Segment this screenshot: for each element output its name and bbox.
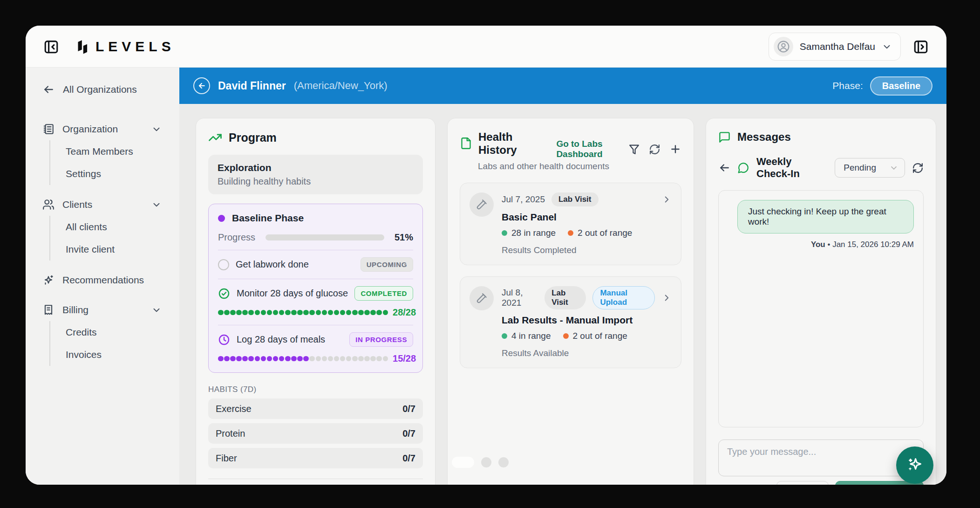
milestone-label: Log 28 days of meals <box>237 334 343 345</box>
milestone-count: 15/28 <box>393 353 416 364</box>
chevron-right-icon[interactable] <box>661 293 672 303</box>
refresh-icon <box>649 144 660 155</box>
go-to-labs-dashboard-link[interactable]: Go to Labs Dashboard <box>541 139 618 159</box>
message-bubble: Just checking in! Keep up the great work… <box>737 200 914 233</box>
sidebar-item-label: Organization <box>62 124 118 135</box>
habit-value: 0/7 <box>402 404 415 414</box>
baseline-phase-card: Baseline Phase Progress 51% Get labwork … <box>208 204 423 373</box>
panel-right-icon <box>913 39 929 55</box>
milestone-row: Get labwork done UPCOMING <box>218 257 413 272</box>
in-range-count: 28 in range <box>511 228 556 238</box>
message-timestamp: • Jan 15, 2026 10:29 AM <box>825 240 914 249</box>
sidebar-item-settings[interactable]: Settings <box>66 163 179 185</box>
message-thread: Just checking in! Keep up the great work… <box>718 190 924 427</box>
sidebar-item-recommendations[interactable]: Recommendations <box>42 269 179 291</box>
meals-day-dots <box>218 356 388 362</box>
message-input[interactable] <box>718 439 924 476</box>
page-indicator-active[interactable] <box>452 457 474 468</box>
content-area: Program Exploration Building healthy hab… <box>179 104 946 485</box>
progress-percent: 51% <box>392 232 413 243</box>
test-tube-icon <box>470 192 494 217</box>
levels-logo-icon <box>76 39 89 54</box>
sparkles-icon <box>42 274 54 286</box>
manual-upload-badge: Manual Upload <box>592 286 655 309</box>
client-back-button[interactable] <box>193 77 210 94</box>
in-range-dot-icon <box>502 230 507 236</box>
sidebar-item-label: Billing <box>62 304 88 316</box>
milestone-row: Monitor 28 days of glucose COMPLETED <box>218 286 413 301</box>
habit-value: 0/7 <box>402 428 415 439</box>
status-badge: IN PROGRESS <box>349 332 413 347</box>
secondary-action-button[interactable] <box>776 481 829 485</box>
carousel-pagination <box>452 457 509 468</box>
record-badge: Lab Visit <box>551 192 599 206</box>
thread-title: Weekly Check-In <box>756 156 828 180</box>
ai-assistant-fab[interactable] <box>896 446 933 484</box>
sidebar-item-all-clients[interactable]: All clients <box>66 216 179 238</box>
page-indicator[interactable] <box>498 457 509 467</box>
sidebar-item-organization[interactable]: Organization <box>42 118 179 140</box>
status-badge: UPCOMING <box>361 257 413 272</box>
program-title: Program <box>229 131 277 144</box>
milestone-label: Monitor 28 days of glucose <box>237 288 348 299</box>
sidebar-item-invoices[interactable]: Invoices <box>66 343 179 366</box>
milestone-count: 28/28 <box>393 307 416 318</box>
phase-badge[interactable]: Baseline <box>870 76 932 96</box>
habit-row: Fiber 0/7 <box>208 448 423 468</box>
sparkle-icon <box>905 456 924 474</box>
thread-back-button[interactable] <box>718 162 730 174</box>
record-badge: Lab Visit <box>544 286 586 309</box>
sidebar-item-billing[interactable]: Billing <box>42 299 179 321</box>
milestone-progress-dots: 28/28 <box>218 307 413 318</box>
health-history-title: Health History <box>478 130 541 156</box>
thread-refresh-button[interactable] <box>912 162 924 174</box>
sidebar-item-team-members[interactable]: Team Members <box>66 140 179 163</box>
sidebar-item-label: Clients <box>62 199 92 210</box>
message-author: You <box>811 240 825 249</box>
record-date: Jul 7, 2025 <box>502 194 545 205</box>
user-avatar-icon <box>774 37 793 56</box>
milestone-row: Log 28 days of meals IN PROGRESS <box>218 332 413 347</box>
record-status: Results Completed <box>502 245 672 255</box>
filter-button[interactable] <box>628 144 640 155</box>
user-menu[interactable]: Samantha Delfau <box>769 33 901 61</box>
milestone-progress-dots: 15/28 <box>218 353 413 364</box>
habit-value: 0/7 <box>402 453 415 464</box>
client-timezone: (America/New_York) <box>294 80 388 92</box>
lab-record-card[interactable]: Jul 7, 2025 Lab Visit Basic Panel 28 in … <box>460 183 681 265</box>
habit-label: Exercise <box>216 404 252 414</box>
app-title: LEVELS <box>95 39 175 55</box>
message-meta: You • Jan 15, 2026 10:29 AM <box>811 240 914 249</box>
refresh-button[interactable] <box>649 144 660 155</box>
sidebar-back-label: All Organizations <box>63 84 137 95</box>
health-history-subtitle: Labs and other health documents <box>478 161 681 172</box>
app-window: LEVELS Samantha Delfau <box>26 26 946 485</box>
thread-status-select[interactable]: Pending <box>835 158 905 178</box>
right-panel-toggle-button[interactable] <box>913 39 929 55</box>
sidebar-item-all-organizations[interactable]: All Organizations <box>42 83 179 96</box>
sidebar-item-clients[interactable]: Clients <box>42 193 179 216</box>
sidebar-item-invite-client[interactable]: Invite client <box>66 238 179 261</box>
user-name: Samantha Delfau <box>800 41 875 52</box>
add-record-button[interactable] <box>669 143 681 155</box>
program-panel: Program Exploration Building healthy hab… <box>196 118 436 485</box>
messages-title: Messages <box>737 130 791 144</box>
page-indicator[interactable] <box>481 457 491 467</box>
circle-outline-icon <box>218 259 229 270</box>
users-icon <box>42 199 54 211</box>
lab-record-card[interactable]: Jul 8, 2021 Lab Visit Manual Upload Lab … <box>460 276 681 368</box>
health-history-panel: Health History Go to Labs Dashboard <box>447 118 694 485</box>
status-badge: COMPLETED <box>354 286 413 301</box>
chevron-down-icon <box>151 124 162 134</box>
sidebar-collapse-button[interactable] <box>43 39 59 55</box>
check-circle-icon <box>218 288 230 300</box>
record-title: Basic Panel <box>502 212 672 223</box>
habit-row: Protein 0/7 <box>208 423 423 444</box>
in-range-count: 4 in range <box>511 331 551 341</box>
out-of-range-count: 2 out of range <box>573 331 627 341</box>
topbar: LEVELS Samantha Delfau <box>26 26 946 68</box>
clock-icon <box>218 334 230 346</box>
milestone-label: Get labwork done <box>236 259 354 270</box>
sidebar-item-credits[interactable]: Credits <box>66 321 179 343</box>
chevron-right-icon[interactable] <box>661 194 672 205</box>
